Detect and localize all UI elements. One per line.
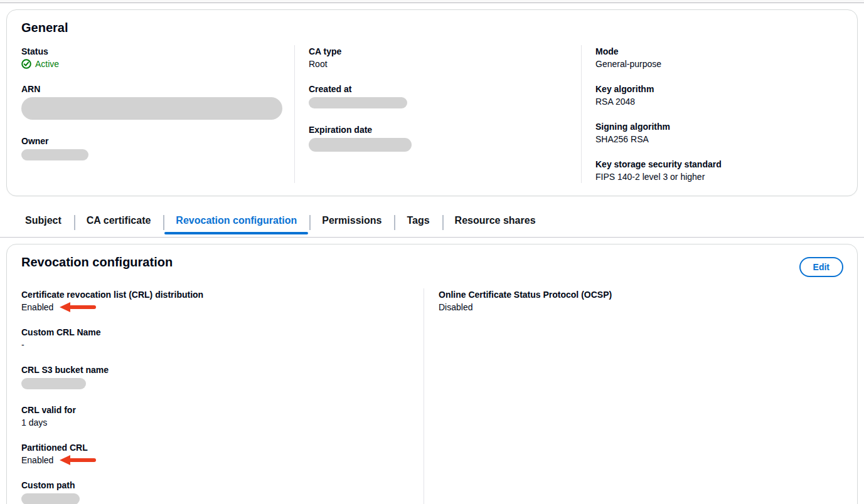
revocation-configuration-panel: Revocation configuration Edit Certificat… [6,244,858,504]
crl-distribution-label: Certificate revocation list (CRL) distri… [21,288,424,301]
key-storage-value: FIPS 140-2 level 3 or higher [595,171,829,183]
crl-distribution-field: Certificate revocation list (CRL) distri… [21,288,424,313]
custom-crl-name-value: - [21,339,424,351]
arn-redacted-value [21,97,282,120]
signing-algorithm-label: Signing algorithm [595,120,829,133]
arn-field: ARN [21,83,282,120]
custom-crl-name-label: Custom CRL Name [21,326,424,339]
crl-s3-bucket-label: CRL S3 bucket name [21,364,424,376]
tab-tags[interactable]: Tags [394,211,442,233]
signing-algorithm-field: Signing algorithm SHA256 RSA [595,120,829,145]
ocsp-label: Online Certificate Status Protocol (OCSP… [439,288,842,301]
crl-valid-for-label: CRL valid for [21,404,424,416]
tab-revocation-configuration[interactable]: Revocation configuration [163,211,309,233]
signing-algorithm-value: SHA256 RSA [595,133,829,145]
revocation-panel-title: Revocation configuration [21,255,173,270]
expiration-date-redacted-value [309,138,412,152]
ocsp-field: Online Certificate Status Protocol (OCSP… [439,288,842,313]
annotation-arrow-icon [60,302,96,312]
created-at-field: Created at [309,83,568,108]
ocsp-value: Disabled [439,301,842,313]
owner-redacted-value [21,149,88,160]
general-panel-title: General [21,20,842,35]
general-panel: General Status Active [6,9,858,196]
expiration-date-label: Expiration date [309,123,568,136]
revocation-columns: Certificate revocation list (CRL) distri… [21,288,842,504]
tab-ca-certificate[interactable]: CA certificate [74,211,164,233]
created-at-redacted-value [309,97,407,108]
key-algorithm-label: Key algorithm [595,83,829,95]
partitioned-crl-value: Enabled [21,454,53,466]
general-column-2: CA type Root Created at Expiration date [294,45,581,183]
tab-permissions[interactable]: Permissions [309,211,394,233]
custom-path-field: Custom path [21,479,424,504]
mode-label: Mode [595,45,829,58]
detail-tabs: Subject CA certificate Revocation config… [0,211,864,238]
status-success-icon [21,59,31,69]
ca-type-field: CA type Root [309,45,568,70]
crl-distribution-value: Enabled [21,301,53,313]
page-top-divider [0,0,864,3]
crl-valid-for-value: 1 days [21,416,424,429]
owner-field: Owner [21,135,282,160]
key-storage-field: Key storage security standard FIPS 140-2… [595,158,829,183]
partitioned-crl-label: Partitioned CRL [21,441,424,454]
custom-path-label: Custom path [21,479,424,491]
owner-label: Owner [21,135,282,147]
general-columns: Status Active ARN [21,45,842,183]
edit-button[interactable]: Edit [799,257,843,277]
custom-path-redacted-value [21,493,80,504]
tab-subject[interactable]: Subject [13,211,74,233]
tabs-bottom-divider [0,237,864,238]
general-column-1: Status Active ARN [21,45,294,183]
key-algorithm-field: Key algorithm RSA 2048 [595,83,829,108]
crl-valid-for-field: CRL valid for 1 days [21,404,424,429]
mode-field: Mode General-purpose [595,45,829,70]
ca-type-label: CA type [309,45,568,58]
crl-s3-bucket-field: CRL S3 bucket name [21,364,424,389]
key-storage-label: Key storage security standard [595,158,829,171]
key-algorithm-value: RSA 2048 [595,95,829,108]
custom-crl-name-field: Custom CRL Name - [21,326,424,351]
crl-s3-bucket-redacted-value [21,378,86,389]
partitioned-crl-field: Partitioned CRL Enabled [21,441,424,466]
ca-type-value: Root [309,58,568,70]
status-label: Status [21,45,282,58]
tab-resource-shares[interactable]: Resource shares [442,211,548,233]
created-at-label: Created at [309,83,568,95]
revocation-column-right: Online Certificate Status Protocol (OCSP… [424,288,842,504]
general-column-3: Mode General-purpose Key algorithm RSA 2… [581,45,842,183]
mode-value: General-purpose [595,58,829,70]
expiration-date-field: Expiration date [309,123,568,152]
status-field: Status Active [21,45,282,70]
status-value: Active [35,58,59,70]
arn-label: ARN [21,83,282,95]
annotation-arrow-icon [60,455,96,465]
revocation-column-left: Certificate revocation list (CRL) distri… [21,288,424,504]
